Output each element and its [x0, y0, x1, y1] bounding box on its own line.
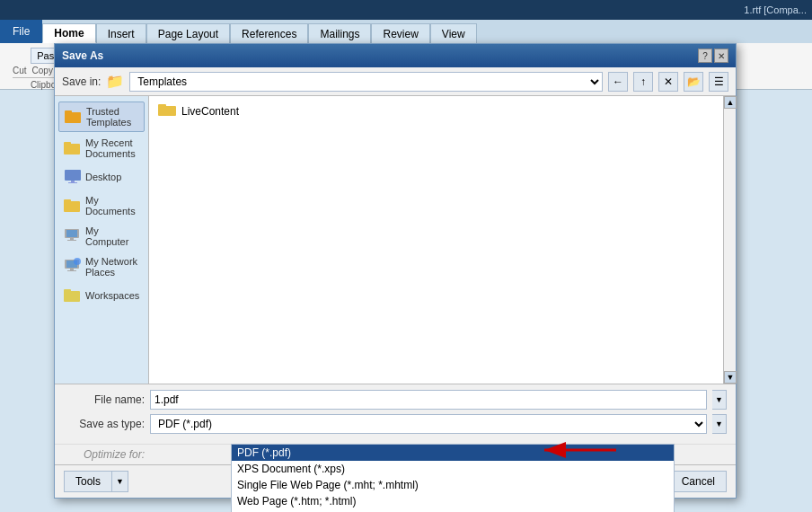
nav-my-documents[interactable]: My Documents: [58, 191, 145, 220]
dropdown-item-mht[interactable]: Single File Web Page (*.mht; *.mhtml): [232, 477, 674, 493]
save-as-dialog: Save As ? ✕ Save in: 📁 Templates ← ↑ ✕ 📂…: [54, 43, 737, 499]
svg-rect-10: [66, 230, 77, 237]
svg-rect-6: [68, 182, 77, 183]
network-places-label: My Network Places: [85, 256, 139, 278]
tab-review[interactable]: Review: [371, 23, 429, 43]
svg-rect-12: [67, 240, 76, 241]
dialog-help-btn[interactable]: ?: [698, 49, 712, 63]
dialog-title: Save As: [62, 49, 103, 62]
tab-page-layout[interactable]: Page Layout: [146, 23, 230, 43]
desktop-label: Desktop: [85, 172, 121, 182]
nav-trusted-templates[interactable]: Trusted Templates: [58, 102, 145, 132]
desktop-icon: [64, 168, 82, 186]
svg-rect-4: [65, 170, 81, 181]
workspaces-label: Workspaces: [85, 290, 139, 301]
dropdown-item-htm[interactable]: Web Page (*.htm; *.html): [232, 493, 674, 509]
savetype-row: Save as type: PDF (*.pdf) ▼: [64, 414, 727, 434]
window-title: 1.rtf [Compa...: [744, 4, 807, 15]
dialog-bottom: File name: ▼ Save as type: PDF (*.pdf) ▼: [55, 384, 736, 444]
filename-input[interactable]: [150, 390, 707, 410]
ribbon-tabs: File Home Insert Page Layout References …: [0, 20, 812, 43]
nav-workspaces[interactable]: Workspaces: [58, 283, 145, 308]
save-in-label: Save in:: [62, 75, 101, 88]
savetype-dropdown-btn[interactable]: ▼: [712, 414, 727, 434]
title-bar: 1.rtf [Compa...: [0, 0, 812, 20]
svg-rect-19: [64, 289, 71, 293]
my-documents-label: My Documents: [85, 195, 139, 216]
tools-dropdown-btn[interactable]: ▼: [112, 471, 128, 492]
savetype-select[interactable]: PDF (*.pdf): [150, 414, 707, 434]
network-icon: [64, 258, 82, 276]
tab-mailings[interactable]: Mailings: [308, 23, 371, 43]
tools-group: Tools ▼: [64, 471, 128, 492]
tab-references[interactable]: References: [230, 23, 308, 43]
svg-rect-3: [64, 142, 71, 146]
new-folder-btn[interactable]: 📂: [684, 72, 703, 92]
tab-home[interactable]: Home: [42, 23, 95, 43]
livecontent-label: LiveContent: [181, 105, 239, 118]
delete-btn[interactable]: ✕: [658, 72, 678, 92]
filename-row: File name: ▼: [64, 390, 727, 410]
nav-my-recent[interactable]: My Recent Documents: [58, 134, 145, 163]
svg-rect-1: [65, 110, 72, 114]
my-recent-icon: [64, 139, 82, 157]
scroll-down-btn[interactable]: ▼: [724, 371, 737, 384]
trusted-templates-icon: [65, 108, 83, 126]
nav-desktop[interactable]: Desktop: [58, 164, 145, 190]
tab-view[interactable]: View: [430, 23, 477, 43]
back-btn[interactable]: ←: [608, 72, 628, 92]
list-item[interactable]: LiveContent: [153, 100, 719, 122]
save-location-select[interactable]: Templates: [129, 72, 603, 92]
svg-rect-8: [64, 199, 71, 203]
up-btn[interactable]: ↑: [633, 72, 653, 92]
copy-label: Copy: [32, 66, 53, 75]
folder-icon: 📁: [106, 73, 124, 90]
trusted-templates-label: Trusted Templates: [86, 106, 138, 128]
dialog-controls: ? ✕: [698, 49, 728, 63]
my-computer-icon: [64, 227, 82, 245]
filename-dropdown-btn[interactable]: ▼: [712, 390, 727, 410]
savetype-label: Save as type:: [64, 418, 145, 430]
nav-network-places[interactable]: My Network Places: [58, 252, 145, 281]
scroll-up-btn[interactable]: ▲: [724, 96, 737, 109]
browser-scrollbar[interactable]: ▲ ▼: [723, 96, 736, 384]
views-btn[interactable]: ☰: [709, 72, 728, 92]
save-toolbar: Save in: 📁 Templates ← ↑ ✕ 📂 ☰: [55, 67, 736, 96]
my-recent-label: My Recent Documents: [85, 137, 139, 159]
filename-label: File name:: [64, 393, 145, 406]
file-browser: LiveContent: [149, 96, 723, 384]
my-documents-icon: [64, 197, 82, 215]
nav-my-computer[interactable]: My Computer: [58, 222, 145, 251]
tools-button[interactable]: Tools: [64, 471, 112, 492]
dialog-close-btn[interactable]: ✕: [714, 49, 728, 63]
svg-rect-16: [67, 270, 76, 271]
dialog-main: Trusted Templates My Recent Documents: [55, 96, 736, 384]
svg-point-17: [74, 258, 81, 265]
tab-insert[interactable]: Insert: [96, 23, 146, 43]
my-computer-label: My Computer: [85, 225, 139, 247]
optimize-label: Optimize for:: [64, 448, 145, 461]
tab-file[interactable]: File: [0, 20, 42, 43]
livecontent-folder-icon: [158, 102, 176, 119]
cancel-button[interactable]: Cancel: [670, 471, 727, 492]
workspaces-icon: [64, 287, 82, 305]
type-dropdown-list: PDF (*.pdf) XPS Document (*.xps) Single …: [231, 444, 675, 512]
left-nav: Trusted Templates My Recent Documents: [55, 96, 149, 384]
cut-label: Cut: [13, 66, 27, 75]
svg-rect-21: [158, 104, 166, 108]
dropdown-item-pdf[interactable]: PDF (*.pdf): [232, 445, 674, 461]
dialog-titlebar: Save As ? ✕: [55, 44, 736, 67]
dropdown-item-xps[interactable]: XPS Document (*.xps): [232, 461, 674, 477]
